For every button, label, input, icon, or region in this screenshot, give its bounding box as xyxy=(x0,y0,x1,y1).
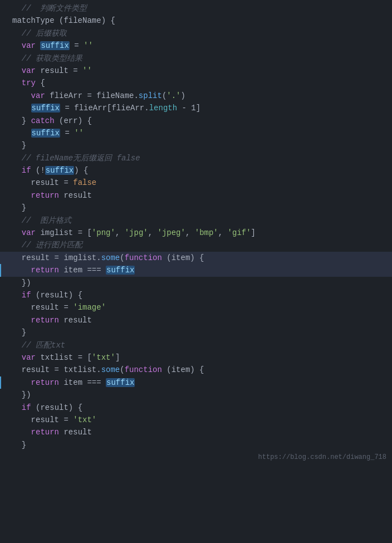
token-kw: function xyxy=(125,253,162,262)
token-plain: - 1] xyxy=(177,104,200,112)
code-content: result = txtlist.some(function (item) { xyxy=(8,364,392,376)
code-content: result = imglist.some(function (item) { xyxy=(8,252,392,264)
token-kw: return xyxy=(31,378,59,387)
code-content: // 进行图片匹配 xyxy=(8,239,392,251)
token-plain: matchType (fileName) { xyxy=(12,16,115,25)
token-cm: // 获取类型结果 xyxy=(22,54,82,63)
code-content: }) xyxy=(8,389,392,401)
code-content: try { xyxy=(8,77,392,89)
token-plain: txtlist = [ xyxy=(36,353,92,362)
gutter xyxy=(0,264,8,276)
token-cm: // 判断文件类型 xyxy=(22,4,87,13)
gutter xyxy=(0,351,8,364)
code-content: return item === suffix xyxy=(8,264,392,276)
gutter xyxy=(0,301,8,314)
code-content: return result xyxy=(8,189,392,202)
code-line: var flieArr = fileName.split('.') xyxy=(0,90,392,102)
code-content: // 匹配txt xyxy=(8,339,392,351)
token-kw: try xyxy=(22,79,36,87)
code-line: // 匹配txt xyxy=(0,339,392,351)
code-content: } xyxy=(8,439,392,451)
token-plain: , xyxy=(185,228,195,237)
code-content: var flieArr = fileName.split('.') xyxy=(8,90,392,102)
token-str: 'image' xyxy=(73,303,106,312)
token-kw: catch xyxy=(31,116,55,125)
code-content: } xyxy=(8,202,392,214)
code-line: // 获取类型结果 xyxy=(0,52,392,65)
token-kw: function xyxy=(125,365,162,374)
token-str: 'txt' xyxy=(92,353,115,362)
gutter xyxy=(0,439,8,451)
token-str: 'jpg' xyxy=(125,228,148,237)
gutter xyxy=(0,177,8,189)
code-content: result = 'txt' xyxy=(8,414,392,426)
gutter xyxy=(0,202,8,214)
token-str: 'txt' xyxy=(73,415,96,424)
footer-url: https://blog.csdn.net/diwang_718 xyxy=(258,452,386,463)
token-plain: (result) { xyxy=(31,291,82,300)
token-kw: return xyxy=(31,316,59,325)
code-content: // fileName无后缀返回 false xyxy=(8,152,392,164)
code-content: result = false xyxy=(8,177,392,189)
token-plain: (item) { xyxy=(162,365,204,374)
code-content: matchType (fileName) { xyxy=(8,14,392,27)
gutter xyxy=(0,40,8,52)
highlighted-token: suffix xyxy=(31,129,60,138)
gutter xyxy=(0,364,8,376)
token-plain: ) xyxy=(181,91,185,100)
token-plain: ] xyxy=(251,228,256,237)
gutter xyxy=(0,14,8,27)
token-str: '' xyxy=(74,129,84,138)
highlighted-token: suffix xyxy=(45,166,74,175)
code-content: }) xyxy=(8,277,392,289)
token-plain: flieArr = fileName. xyxy=(45,91,139,100)
code-line: }) xyxy=(0,277,392,289)
gutter xyxy=(0,426,8,438)
code-line: // 后缀获取 xyxy=(0,27,392,40)
token-plain: = xyxy=(60,129,74,138)
code-content: } catch (err) { xyxy=(8,115,392,127)
code-line: suffix = '' xyxy=(0,127,392,139)
token-cm: // 进行图片匹配 xyxy=(22,241,82,250)
code-line: if (result) { xyxy=(0,402,392,414)
token-plain: result xyxy=(59,191,92,200)
code-line: // 图片格式 xyxy=(0,214,392,227)
gutter xyxy=(0,339,8,351)
code-content: } xyxy=(8,139,392,151)
gutter xyxy=(0,239,8,251)
code-content: suffix = '' xyxy=(8,127,392,139)
code-content: if (result) { xyxy=(8,402,392,414)
gutter xyxy=(0,139,8,151)
code-line: return item === suffix xyxy=(0,376,392,389)
code-line: var result = '' xyxy=(0,65,392,77)
token-bool: false xyxy=(73,178,96,187)
code-content: // 获取类型结果 xyxy=(8,52,392,65)
gutter xyxy=(0,289,8,301)
gutter xyxy=(0,414,8,426)
code-line: matchType (fileName) { xyxy=(0,14,392,27)
code-content: } xyxy=(8,326,392,339)
code-line: if (result) { xyxy=(0,289,392,301)
gutter xyxy=(0,90,8,102)
gutter xyxy=(0,277,8,289)
token-plain: (err) { xyxy=(55,116,92,125)
code-line: return result xyxy=(0,189,392,202)
token-kw: return xyxy=(31,191,59,200)
highlighted-token: suffix xyxy=(40,41,69,50)
token-plain: = flieArr[flieArr. xyxy=(60,104,149,112)
code-line: } xyxy=(0,326,392,339)
code-line: result = txtlist.some(function (item) { xyxy=(0,364,392,376)
code-line: return result xyxy=(0,426,392,438)
token-plain: ( xyxy=(120,253,124,262)
code-content: var suffix = '' xyxy=(8,40,392,52)
code-line: result = imglist.some(function (item) { xyxy=(0,252,392,264)
token-plain: result xyxy=(59,428,92,437)
token-plain: } xyxy=(22,141,26,150)
gutter xyxy=(0,214,8,227)
token-plain: }) xyxy=(22,390,31,399)
code-content: // 判断文件类型 xyxy=(8,2,392,14)
code-line: return result xyxy=(0,314,392,326)
code-line: result = false xyxy=(0,177,392,189)
token-kw: var xyxy=(22,41,36,50)
code-line: } xyxy=(0,139,392,151)
